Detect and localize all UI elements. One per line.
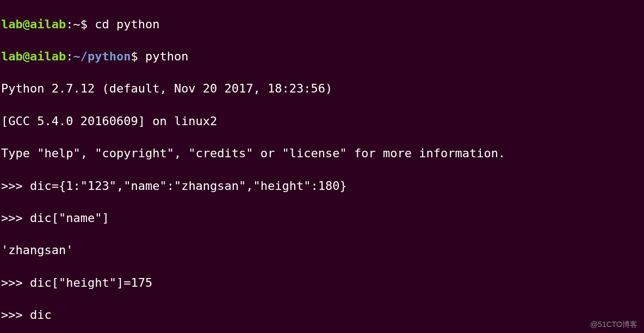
prompt-at: @: [23, 17, 30, 31]
command-cd: cd python: [88, 17, 159, 31]
repl-prompt: >>>: [1, 211, 30, 225]
repl-line: >>> dic={1:"123","name":"zhangsan","heig…: [1, 178, 643, 194]
repl-output: 'zhangsan': [1, 242, 643, 258]
repl-line: >>> dic["height"]=175: [1, 275, 643, 291]
prompt-host: ailab: [30, 17, 66, 31]
repl-input: dic={1:"123","name":"zhangsan","height":…: [30, 179, 347, 193]
shell-line-1: lab@ailab:~$ cd python: [1, 16, 643, 33]
shell-line-2: lab@ailab:~/python$ python: [1, 48, 643, 65]
python-banner-line-2: [GCC 5.4.0 20160609] on linux2: [1, 113, 643, 130]
repl-line: >>> dic: [1, 307, 643, 323]
watermark: @51CTO博客: [590, 319, 637, 330]
prompt-dollar: $: [81, 17, 88, 31]
repl-prompt: >>>: [1, 179, 30, 193]
python-banner-line-3: Type "help", "copyright", "credits" or "…: [1, 145, 643, 162]
repl-input: dic["height"]=175: [30, 276, 152, 289]
command-python: python: [138, 50, 189, 63]
prompt-host: ailab: [30, 50, 66, 63]
repl-prompt: >>>: [1, 276, 30, 289]
prompt-colon: :: [66, 50, 73, 63]
prompt-dollar: $: [131, 50, 138, 63]
terminal[interactable]: lab@ailab:~$ cd python lab@ailab:~/pytho…: [1, 0, 643, 333]
prompt-colon: :: [66, 17, 73, 31]
prompt-path-python: ~/python: [73, 50, 131, 63]
repl-line: >>> dic["name"]: [1, 210, 643, 226]
prompt-path-home: ~: [73, 17, 80, 31]
python-banner-line-1: Python 2.7.12 (default, Nov 20 2017, 18:…: [1, 81, 643, 97]
prompt-user: lab: [1, 50, 23, 63]
repl-input: dic["name"]: [30, 211, 109, 225]
prompt-at: @: [23, 50, 30, 63]
repl-prompt: >>>: [1, 308, 30, 322]
repl-input: dic: [30, 308, 52, 322]
prompt-user: lab: [1, 17, 23, 31]
